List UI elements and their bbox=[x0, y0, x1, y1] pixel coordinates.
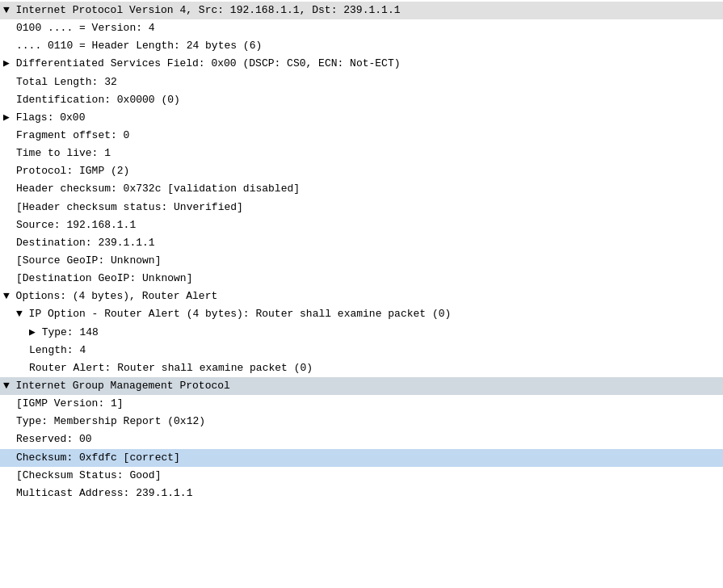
line-text-router-alert: Router Alert: Router shall examine packe… bbox=[29, 360, 313, 376]
packet-line-fragment-offset: Fragment offset: 0 bbox=[0, 127, 723, 145]
line-text-header-length: .... 0110 = Header Length: 24 bytes (6) bbox=[16, 38, 262, 54]
packet-line-flags[interactable]: ▶ Flags: 0x00 bbox=[0, 109, 723, 127]
packet-line-router-alert: Router Alert: Router shall examine packe… bbox=[0, 359, 723, 377]
packet-line-total-length: Total Length: 32 bbox=[0, 74, 723, 91]
line-text-ip-option: ▼ IP Option - Router Alert (4 bytes): Ro… bbox=[16, 306, 451, 322]
packet-line-igmp-type: Type: Membership Report (0x12) bbox=[0, 413, 723, 430]
packet-line-header-checksum: Header checksum: 0x732c [validation disa… bbox=[0, 180, 723, 198]
line-text-igmp-type: Type: Membership Report (0x12) bbox=[16, 414, 205, 430]
line-text-type: ▶ Type: 148 bbox=[29, 325, 99, 341]
line-text-options: ▼ Options: (4 bytes), Router Alert bbox=[3, 288, 217, 304]
packet-line-source: Source: 192.168.1.1 bbox=[0, 216, 723, 234]
packet-line-igmp-header[interactable]: ▼ Internet Group Management Protocol bbox=[0, 377, 723, 395]
line-text-checksum-status-igmp: [Checksum Status: Good] bbox=[16, 468, 161, 484]
line-text-ip-header: ▼ Internet Protocol Version 4, Src: 192.… bbox=[3, 2, 400, 19]
packet-line-ip-header[interactable]: ▼ Internet Protocol Version 4, Src: 192.… bbox=[0, 2, 723, 19]
line-text-dst-geoip: [Destination GeoIP: Unknown] bbox=[16, 271, 192, 287]
packet-line-header-length: .... 0110 = Header Length: 24 bytes (6) bbox=[0, 37, 723, 55]
packet-line-igmp-version: [IGMP Version: 1] bbox=[0, 395, 723, 413]
line-text-flags: ▶ Flags: 0x00 bbox=[3, 110, 85, 126]
packet-line-source-geoip: [Source GeoIP: Unknown] bbox=[0, 252, 723, 270]
line-text-igmp-version: [IGMP Version: 1] bbox=[16, 396, 124, 412]
line-text-igmp-header: ▼ Internet Group Management Protocol bbox=[3, 378, 230, 394]
line-text-reserved: Reserved: 00 bbox=[16, 431, 92, 447]
packet-line-type[interactable]: ▶ Type: 148 bbox=[0, 324, 723, 342]
packet-line-dst-geoip: [Destination GeoIP: Unknown] bbox=[0, 270, 723, 288]
line-text-identification: Identification: 0x0000 (0) bbox=[16, 92, 180, 108]
packet-line-identification: Identification: 0x0000 (0) bbox=[0, 91, 723, 109]
line-text-length: Length: 4 bbox=[29, 342, 86, 359]
packet-line-ttl: Time to live: 1 bbox=[0, 145, 723, 162]
packet-line-reserved: Reserved: 00 bbox=[0, 430, 723, 448]
line-text-checksum-status: [Header checksum status: Unverified] bbox=[16, 200, 243, 216]
packet-line-version: 0100 .... = Version: 4 bbox=[0, 19, 723, 37]
packet-line-igmp-checksum: Checksum: 0xfdfc [correct] bbox=[0, 449, 723, 467]
packet-line-dscp[interactable]: ▶ Differentiated Services Field: 0x00 (D… bbox=[0, 55, 723, 73]
line-text-protocol: Protocol: IGMP (2) bbox=[16, 163, 129, 179]
line-text-multicast-address: Multicast Address: 239.1.1.1 bbox=[16, 485, 192, 502]
packet-line-options[interactable]: ▼ Options: (4 bytes), Router Alert bbox=[0, 288, 723, 305]
packet-line-checksum-status: [Header checksum status: Unverified] bbox=[0, 199, 723, 216]
packet-line-destination: Destination: 239.1.1.1 bbox=[0, 234, 723, 252]
line-text-version: 0100 .... = Version: 4 bbox=[16, 20, 155, 36]
packet-line-multicast-address: Multicast Address: 239.1.1.1 bbox=[0, 485, 723, 502]
line-text-dscp: ▶ Differentiated Services Field: 0x00 (D… bbox=[3, 56, 401, 72]
line-text-destination: Destination: 239.1.1.1 bbox=[16, 235, 155, 251]
line-text-source: Source: 192.168.1.1 bbox=[16, 217, 136, 233]
line-text-fragment-offset: Fragment offset: 0 bbox=[16, 128, 129, 144]
line-text-igmp-checksum: Checksum: 0xfdfc [correct] bbox=[16, 450, 180, 466]
packet-line-protocol: Protocol: IGMP (2) bbox=[0, 162, 723, 180]
packet-line-ip-option[interactable]: ▼ IP Option - Router Alert (4 bytes): Ro… bbox=[0, 305, 723, 323]
packet-detail: ▼ Internet Protocol Version 4, Src: 192.… bbox=[0, 0, 723, 504]
line-text-source-geoip: [Source GeoIP: Unknown] bbox=[16, 253, 161, 269]
packet-line-checksum-status-igmp: [Checksum Status: Good] bbox=[0, 467, 723, 485]
packet-line-length: Length: 4 bbox=[0, 342, 723, 359]
line-text-ttl: Time to live: 1 bbox=[16, 145, 111, 162]
line-text-total-length: Total Length: 32 bbox=[16, 74, 117, 90]
line-text-header-checksum: Header checksum: 0x732c [validation disa… bbox=[16, 181, 300, 197]
